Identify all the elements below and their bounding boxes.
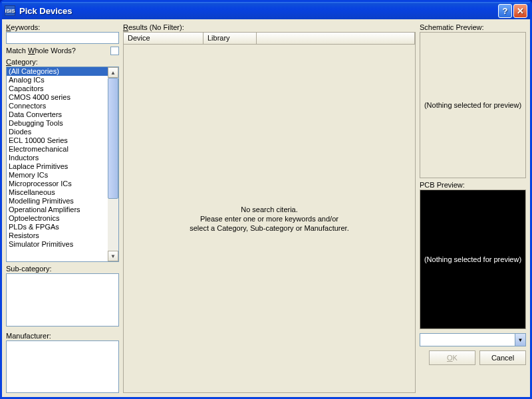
left-panel: Keywords: Match Whole Words? Category: (… [6, 23, 119, 393]
pcb-preview-label: PCB Preview: [420, 181, 526, 189]
schematic-placeholder: (Nothing selected for preview) [424, 101, 521, 109]
match-whole-words-checkbox[interactable] [110, 47, 119, 55]
column-library[interactable]: Library [203, 33, 257, 45]
results-header: Device Library [123, 32, 416, 45]
results-label: Results (No Filter): [123, 23, 416, 31]
category-scrollbar[interactable]: ▲ ▼ [108, 67, 118, 261]
results-empty-line2: Please enter one or more keywords and/or [190, 214, 348, 223]
pcb-placeholder: (Nothing selected for preview) [424, 255, 521, 263]
category-item[interactable]: Debugging Tools [7, 119, 108, 128]
pcb-preview: (Nothing selected for preview) [420, 190, 526, 329]
results-panel: Results (No Filter): Device Library No s… [123, 23, 416, 393]
keywords-input[interactable] [6, 32, 119, 44]
category-item[interactable]: Optoelectronics [7, 214, 108, 223]
category-item[interactable]: Diodes [7, 128, 108, 136]
category-item[interactable]: Memory ICs [7, 171, 108, 180]
window-title: Pick Devices [19, 6, 72, 16]
category-item[interactable]: Operational Amplifiers [7, 205, 108, 214]
app-icon: ISIS [5, 5, 15, 16]
chevron-down-icon[interactable]: ▼ [515, 334, 525, 346]
cancel-button[interactable]: Cancel [479, 350, 526, 365]
category-listbox[interactable]: (All Categories)Analog ICsCapacitorsCMOS… [6, 66, 119, 262]
category-item[interactable]: Analog ICs [7, 76, 108, 84]
package-dropdown-value [420, 334, 515, 346]
category-item[interactable]: Laplace Primitives [7, 162, 108, 171]
results-empty-line3: select a Category, Sub-category or Manuf… [190, 223, 348, 233]
schematic-preview: (Nothing selected for preview) [420, 32, 526, 178]
category-item[interactable]: Resistors [7, 231, 108, 240]
pick-devices-dialog: ISIS Pick Devices ? ✕ Keywords: Match Wh… [0, 0, 532, 399]
results-body: No search citeria. Please enter one or m… [123, 45, 416, 393]
manufacturer-label: Manufacturer: [6, 332, 119, 340]
category-item[interactable]: Simulator Primitives [7, 240, 108, 249]
match-whole-words-label: Match Whole Words? [6, 47, 76, 55]
category-item[interactable]: Electromechanical [7, 145, 108, 154]
category-item[interactable]: (All Categories) [7, 67, 108, 76]
category-label: Category: [6, 58, 119, 66]
category-item[interactable]: Miscellaneous [7, 188, 108, 197]
column-spacer [257, 33, 415, 45]
category-item[interactable]: Data Converters [7, 110, 108, 119]
manufacturer-listbox[interactable] [6, 340, 119, 394]
subcategory-listbox[interactable] [6, 273, 119, 327]
close-button[interactable]: ✕ [513, 4, 527, 18]
package-dropdown[interactable]: ▼ [420, 333, 526, 346]
preview-panel: Schematic Preview: (Nothing selected for… [420, 23, 526, 393]
dialog-content: Keywords: Match Whole Words? Category: (… [2, 19, 530, 397]
category-item[interactable]: Connectors [7, 102, 108, 110]
schematic-preview-label: Schematic Preview: [420, 23, 526, 31]
subcategory-label: Sub-category: [6, 265, 119, 273]
category-item[interactable]: Inductors [7, 154, 108, 162]
scroll-down-icon[interactable]: ▼ [108, 251, 118, 261]
category-item[interactable]: CMOS 4000 series [7, 93, 108, 102]
results-empty-line1: No search citeria. [190, 205, 348, 214]
keywords-label: Keywords: [6, 23, 119, 31]
scroll-thumb[interactable] [108, 78, 118, 199]
ok-button[interactable]: OK [429, 350, 475, 365]
scroll-up-icon[interactable]: ▲ [108, 67, 118, 78]
category-item[interactable]: Capacitors [7, 84, 108, 93]
category-item[interactable]: Microprocessor ICs [7, 180, 108, 188]
category-item[interactable]: ECL 10000 Series [7, 136, 108, 145]
column-device[interactable]: Device [124, 33, 203, 45]
titlebar[interactable]: ISIS Pick Devices ? ✕ [2, 2, 530, 19]
category-item[interactable]: PLDs & FPGAs [7, 223, 108, 231]
help-button[interactable]: ? [498, 4, 512, 18]
category-item[interactable]: Modelling Primitives [7, 197, 108, 205]
